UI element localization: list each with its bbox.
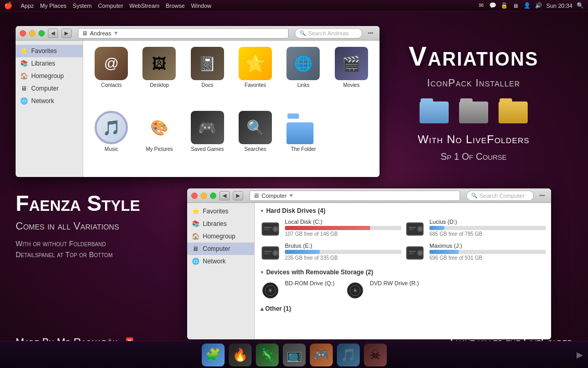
drive-e-fill: [285, 250, 320, 254]
drive-d[interactable]: Lucius (D:) 685 GB free of 785 GB: [404, 219, 546, 239]
minimize-button[interactable]: [29, 30, 35, 36]
computer-icon-b: 🖥: [191, 245, 200, 253]
sidebar-homegroup[interactable]: 🏠 Homegroup: [16, 70, 83, 82]
svg-rect-22: [409, 251, 416, 252]
file-links[interactable]: 🌐 Links: [281, 47, 325, 107]
sidebar-network[interactable]: 🌐 Network: [16, 95, 83, 107]
file-thefolder[interactable]: The Folder: [281, 111, 325, 171]
faenza-sub1: Comes in all Variations: [16, 220, 187, 232]
minimize-button-bottom[interactable]: [201, 193, 207, 199]
sidebar-libraries[interactable]: 📚 Libraries: [16, 57, 83, 70]
display-icon[interactable]: 🖥: [512, 2, 519, 9]
menu-browse[interactable]: Browse: [166, 3, 185, 9]
maximize-button[interactable]: [38, 30, 45, 36]
computer-icon: 🖥: [20, 84, 28, 93]
drive-e-size: 235 GB free of 335 GB: [285, 255, 401, 261]
drive-j[interactable]: Maximus (J:) 696 GB free of 931 GB: [404, 243, 546, 263]
hdd-icon-j: [404, 243, 425, 263]
taskbar-icon-5[interactable]: 🎵: [337, 344, 360, 366]
svg-rect-5: [264, 229, 269, 230]
person-icon[interactable]: 👤: [524, 2, 531, 9]
drive-r[interactable]: DVD RW Drive (R:): [345, 280, 419, 301]
address-bar-bottom[interactable]: 🖥 Computer ▼: [250, 191, 460, 201]
menu-computer[interactable]: Computer: [98, 3, 123, 9]
sidebar-bottom-computer[interactable]: 🖥 Computer: [187, 243, 254, 255]
drive-d-info: Lucius (D:) 685 GB free of 785 GB: [429, 219, 546, 237]
close-button[interactable]: [20, 30, 26, 36]
drive-j-size: 696 GB free of 931 GB: [429, 255, 546, 261]
back-button-bottom[interactable]: ◀: [219, 191, 230, 200]
menu-myplaces[interactable]: My Places: [40, 3, 67, 9]
address-bar[interactable]: 🖥 Andreas ▼: [78, 28, 289, 39]
search-placeholder-bottom: Search Computer: [479, 193, 524, 199]
svg-rect-10: [409, 227, 416, 228]
menu-dots-bottom[interactable]: •••: [537, 193, 547, 198]
menu-system[interactable]: System: [73, 3, 92, 9]
drive-r-name: DVD RW Drive (R:): [370, 280, 419, 286]
faenza-sub2: With or without Folderband Detailspanel …: [16, 238, 187, 260]
sidebar-computer[interactable]: 🖥 Computer: [16, 82, 83, 95]
folder-icons-row: [420, 98, 528, 123]
drive-q[interactable]: BD-ROM Drive (Q:): [260, 280, 334, 301]
file-desktop[interactable]: 🖼 Desktop: [137, 47, 181, 107]
svg-rect-11: [409, 229, 414, 230]
explorer-body-bottom: ⭐ Favorites 📚 Libraries 🏠 Homegroup 🖥 Co…: [187, 203, 551, 339]
sidebar-bottom-network[interactable]: 🌐 Network: [187, 255, 254, 268]
file-pictures[interactable]: 🎨 My Pictures: [137, 111, 181, 171]
svg-point-9: [419, 228, 421, 230]
speaker-icon[interactable]: 🔊: [535, 2, 542, 9]
drive-e[interactable]: Brutus (E:) 235 GB free of 335 GB: [260, 243, 401, 263]
forward-button-bottom[interactable]: ▶: [233, 191, 243, 200]
search-icon[interactable]: 🔍: [577, 2, 584, 9]
close-button-bottom[interactable]: [191, 193, 198, 199]
file-favorites[interactable]: ⭐ Favorites: [233, 47, 277, 107]
drive-c-bar: [285, 226, 401, 230]
menu-webstream[interactable]: WebStream: [129, 3, 160, 9]
folder-icon-gray: [459, 98, 488, 123]
hard-drives-grid: Local Disk (C:) 107 GB free of 146 GB: [260, 219, 546, 263]
libraries-icon-b: 📚: [191, 220, 200, 228]
apple-menu[interactable]: 🍎: [4, 2, 12, 9]
taskbar-scroll-right[interactable]: ▶: [577, 350, 583, 360]
sidebar-bottom-libraries[interactable]: 📚 Libraries: [187, 218, 254, 230]
menu-window[interactable]: Window: [191, 3, 211, 9]
lock-icon[interactable]: 🔒: [501, 2, 508, 9]
back-button[interactable]: ◀: [48, 29, 58, 38]
taskbar-icon-2[interactable]: 🦎: [256, 344, 279, 366]
file-savedgames[interactable]: 🎮 Saved Games: [186, 111, 229, 171]
drive-d-fill: [429, 226, 445, 230]
sidebar-bottom-favorites[interactable]: ⭐ Favorites: [187, 205, 254, 218]
search-bar-bottom[interactable]: 🔍 Search Computer: [466, 191, 534, 201]
drive-c-size: 107 GB free of 146 GB: [285, 231, 401, 237]
menu-dots-top[interactable]: •••: [365, 30, 375, 36]
taskbar: 🧩 🔥 🦎 📺 🎮 🎵 ☠ ▶: [0, 341, 588, 368]
drive-r-info: DVD RW Drive (R:): [370, 280, 419, 287]
taskbar-icon-1[interactable]: 🔥: [229, 344, 252, 366]
file-movies[interactable]: 🎬 Movies: [330, 47, 373, 107]
address-text: Andreas: [90, 30, 111, 36]
taskbar-icon-4[interactable]: 🎮: [310, 344, 333, 366]
file-music[interactable]: 🎵 Music: [89, 111, 133, 171]
file-contacts[interactable]: @ Contacts: [89, 47, 133, 107]
mail-icon[interactable]: ✉: [478, 2, 485, 9]
drive-c[interactable]: Local Disk (C:) 107 GB free of 146 GB: [260, 219, 401, 239]
svg-point-31: [354, 289, 356, 291]
menubar: 🍎 Appz My Places System Computer WebStre…: [0, 0, 588, 11]
taskbar-icon-0[interactable]: 🧩: [202, 344, 225, 366]
faenza-panel: Faenza Style Comes in all Variations Wit…: [16, 191, 187, 260]
maximize-button-bottom[interactable]: [210, 193, 216, 199]
taskbar-icon-6[interactable]: ☠: [364, 344, 387, 366]
file-docs[interactable]: 📓 Docs: [186, 47, 229, 107]
file-searches[interactable]: 🔍 Searches: [233, 111, 277, 171]
address-text-bottom: Computer: [262, 193, 286, 199]
search-bar-top[interactable]: 🔍 Search Andreas: [295, 28, 362, 39]
menu-appz[interactable]: Appz: [21, 3, 34, 9]
chat-icon[interactable]: 💬: [489, 2, 496, 9]
removable-label: Devices with Removable Storage (2): [266, 269, 373, 276]
forward-button[interactable]: ▶: [61, 29, 72, 38]
taskbar-icon-3[interactable]: 📺: [283, 344, 306, 366]
drive-j-fill: [429, 250, 459, 254]
sidebar-bottom-homegroup[interactable]: 🏠 Homegroup: [187, 230, 254, 243]
sidebar-favorites[interactable]: ⭐ Favorites: [16, 45, 83, 57]
hdd-icon-d: [404, 219, 425, 239]
